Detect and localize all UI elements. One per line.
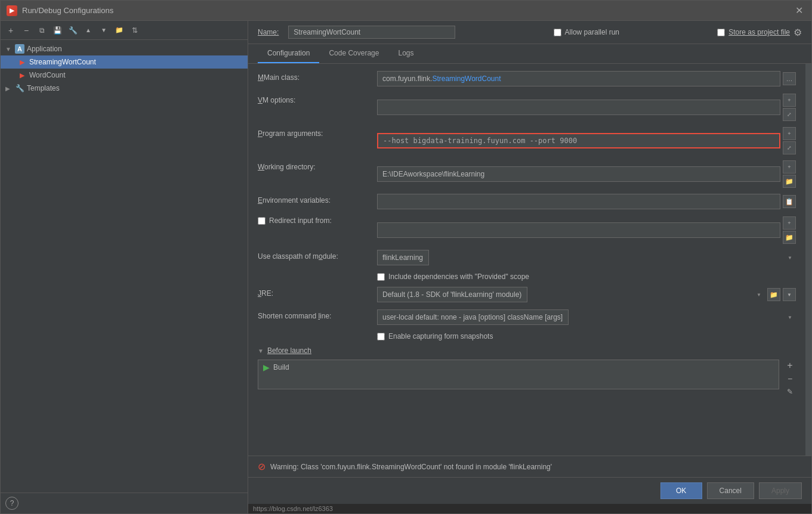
left-bottom-bar: ?	[1, 493, 248, 513]
include-deps-checkbox[interactable]	[377, 273, 385, 281]
jre-select[interactable]: Default (1.8 - SDK of 'flinkLearning' mo…	[377, 287, 527, 302]
tab-code-coverage[interactable]: Code Coverage	[319, 44, 388, 63]
tree-streaming-item[interactable]: ▶ StreamingWortCount	[1, 55, 248, 69]
capture-snapshots-checkbox[interactable]	[377, 333, 385, 340]
redirect-row: Redirect input from: + 📁	[258, 216, 796, 244]
store-project-checkbox[interactable]	[717, 29, 725, 36]
help-button[interactable]: ?	[5, 497, 18, 510]
move-up-button[interactable]: ▲	[82, 24, 95, 37]
name-label: Name:	[258, 28, 279, 36]
working-dir-expand-button[interactable]: +	[783, 160, 796, 174]
copy-config-button[interactable]: ⧉	[35, 24, 48, 37]
vm-options-row: VM options: + ⤢	[258, 94, 796, 121]
main-class-input[interactable]: com.fuyun.flink.StreamingWordCount	[377, 71, 780, 86]
button-bar: OK Cancel Apply	[248, 477, 811, 504]
cancel-button[interactable]: Cancel	[707, 482, 754, 499]
classpath-label: Use classpath of module:	[258, 250, 377, 261]
include-deps-label: Include dependencies with "Provided" sco…	[388, 273, 529, 281]
right-scrollbar[interactable]	[805, 64, 811, 456]
streaming-label: StreamingWortCount	[29, 58, 96, 66]
vm-options-label: VM options:	[258, 94, 377, 104]
main-class-label: MMain class:	[258, 71, 377, 82]
before-launch-header: ▼ Before launch	[258, 346, 796, 355]
application-label: Application	[27, 45, 62, 53]
before-launch-label: Before launch	[267, 346, 311, 355]
redirect-expand-button[interactable]: +	[783, 216, 796, 230]
tab-configuration[interactable]: Configuration	[258, 44, 319, 63]
close-button[interactable]: ✕	[793, 5, 805, 17]
jre-row: JRE: Default (1.8 - SDK of 'flinkLearnin…	[258, 287, 796, 304]
jre-control: Default (1.8 - SDK of 'flinkLearning' mo…	[377, 287, 796, 302]
env-vars-input[interactable]	[377, 194, 780, 209]
jre-label: JRE:	[258, 287, 377, 298]
redirect-input[interactable]	[377, 222, 780, 238]
redirect-browse-button[interactable]: 📁	[783, 231, 796, 244]
build-label: Build	[273, 363, 289, 371]
working-dir-label: Working directory:	[258, 160, 377, 171]
templates-icon: 🔧	[15, 83, 24, 93]
tree-application-group[interactable]: ▼ A Application	[1, 42, 248, 55]
capture-label: Enable capturing form snapshots	[388, 332, 493, 340]
classpath-row: Use classpath of module: flinkLearning	[258, 250, 796, 267]
allow-parallel-checkbox[interactable]	[554, 29, 561, 36]
apply-button[interactable]: Apply	[759, 482, 802, 499]
redirect-control: + 📁	[377, 216, 796, 244]
main-class-browse-button[interactable]: …	[783, 72, 796, 85]
program-args-value: --host bigdata-training.fuyun.com --port…	[383, 137, 577, 145]
folder-config-button[interactable]: 📁	[113, 24, 126, 37]
redirect-checkbox[interactable]	[258, 217, 265, 225]
gear-icon[interactable]: ⚙	[794, 27, 802, 38]
program-args-control: --host bigdata-training.fuyun.com --port…	[377, 127, 796, 154]
env-vars-row: Environment variables: 📋	[258, 194, 796, 210]
args-expand-button[interactable]: +	[783, 127, 796, 140]
templates-label: Templates	[27, 84, 60, 92]
shorten-control: user-local default: none - java [options…	[377, 309, 796, 325]
vm-expand-button[interactable]: +	[783, 94, 796, 107]
working-dir-browse-button[interactable]: 📁	[783, 175, 796, 188]
main-class-link: StreamingWordCount	[432, 75, 501, 83]
shorten-select[interactable]: user-local default: none - java [options…	[377, 309, 569, 325]
before-launch-arrow: ▼	[258, 348, 264, 354]
templates-arrow: ▶	[5, 85, 13, 92]
vm-options-input[interactable]	[377, 100, 780, 115]
classpath-control: flinkLearning	[377, 250, 796, 265]
wrench-button[interactable]: 🔧	[66, 24, 79, 37]
app-icon: ▶	[7, 5, 17, 16]
save-config-button[interactable]: 💾	[51, 24, 64, 37]
vm-shrink-button[interactable]: ⤢	[783, 108, 796, 121]
main-class-row: MMain class: com.fuyun.flink.StreamingWo…	[258, 71, 796, 88]
sort-button[interactable]: ⇅	[128, 24, 141, 37]
warning-text: Warning: Class 'com.fuyun.flink.Streamin…	[270, 463, 552, 471]
ok-button[interactable]: OK	[660, 482, 702, 499]
move-down-button[interactable]: ▼	[97, 24, 110, 37]
redirect-label: Redirect input from:	[269, 216, 332, 225]
store-project-label: Store as project file	[728, 28, 790, 36]
classpath-select[interactable]: flinkLearning	[377, 250, 429, 265]
before-launch-remove-button[interactable]: −	[784, 373, 796, 385]
working-dir-input[interactable]	[377, 166, 780, 182]
title-bar: ▶ Run/Debug Configurations ✕	[1, 1, 811, 21]
allow-parallel-label: Allow parallel run	[565, 28, 619, 36]
env-vars-label: Environment variables:	[258, 194, 377, 205]
jre-dropdown-button[interactable]: ▼	[783, 288, 796, 301]
program-args-row: Program arguments: --host bigdata-traini…	[258, 127, 796, 154]
build-item: ▶ Build	[263, 363, 774, 372]
tree-wordcount-item[interactable]: ▶ WordCount	[1, 69, 248, 82]
name-input[interactable]	[288, 26, 455, 39]
store-project-group: Store as project file ⚙	[717, 27, 802, 38]
left-toolbar: + − ⧉ 💾 🔧 ▲ ▼ 📁 ⇅	[1, 21, 248, 40]
jre-browse-button[interactable]: 📁	[767, 288, 780, 301]
program-args-input[interactable]: --host bigdata-training.fuyun.com --port…	[377, 133, 780, 148]
before-launch-edit-button[interactable]: ✎	[784, 386, 796, 398]
env-vars-edit-button[interactable]: 📋	[783, 195, 796, 208]
tab-bar: Configuration Code Coverage Logs	[248, 44, 811, 64]
before-launch-section: ▼ Before launch ▶ Build +	[258, 346, 796, 398]
remove-config-button[interactable]: −	[20, 24, 33, 37]
add-config-button[interactable]: +	[4, 24, 17, 37]
config-header: Name: Allow parallel run Store as projec…	[248, 21, 811, 44]
before-launch-add-button[interactable]: +	[784, 360, 796, 371]
tab-logs[interactable]: Logs	[388, 44, 423, 63]
args-shrink-button[interactable]: ⤢	[783, 141, 796, 154]
tree-templates-group[interactable]: ▶ 🔧 Templates	[1, 82, 248, 95]
include-deps-row: Include dependencies with "Provided" sco…	[258, 273, 796, 281]
